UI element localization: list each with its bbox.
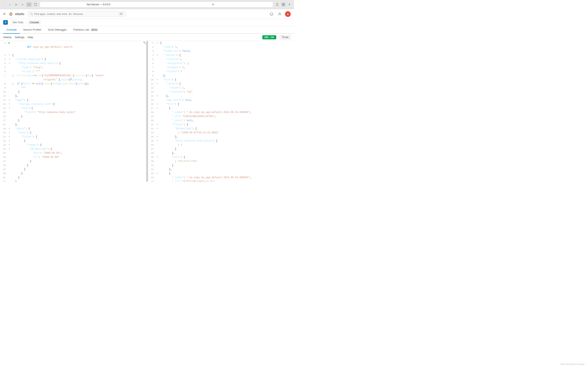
svg-rect-0 [282,3,283,4]
r-line-12: 12 "value": 2, [148,86,294,90]
r-fold-21[interactable]: ▾ [156,123,158,127]
fold-arrow-2[interactable]: ▾ [9,53,10,57]
grid-button[interactable] [281,2,286,7]
beta-badge: BETA [91,29,98,31]
notifications-button[interactable] [269,11,274,17]
fold-arrow-14[interactable]: ▾ [9,106,10,110]
left-code-editor: 1 ▶ GET logs-my_app-default/_search 🔧 2 … [0,41,146,182]
r-line-6: 6 "successful": 1, [148,61,294,66]
code-line-12: 12 ▾ "aggs": { [0,98,146,102]
app-search-input[interactable] [34,13,117,16]
svg-point-9 [30,13,32,15]
share-button[interactable] [275,2,280,7]
r-line-33: 33 ▾ { [148,171,294,175]
r-line-1: 1 ▾ { [148,41,294,45]
code-line-25: 25 "gte": "2099-05-05", [0,151,146,155]
fold-arrow-22[interactable]: ▾ [9,139,10,143]
code-line-19: 19 ▾ "query": { [0,127,146,131]
r-fold-25[interactable]: ▾ [156,139,158,143]
shield-icon [33,2,38,7]
r-line-24: 24 ▾ ], [148,135,294,139]
r-fold-4[interactable]: ▾ [156,53,158,57]
tab-dropdown-button[interactable]: ▾ [20,2,25,7]
wrench-icon[interactable]: 🔧 [143,41,146,45]
forward-button[interactable]: › [8,2,12,7]
fold-arrow-3[interactable]: ▾ [9,57,10,61]
r-fold-33[interactable]: ▾ [156,171,158,175]
r-line-31: 31 ] [148,163,294,167]
r-line-7: 7 "skipped": 0, [148,66,294,69]
r-line-23: 23 | "2099-05-07T16:24:32.000Z" [148,131,294,135]
breadcrumb-devtools[interactable]: Dev Tools [11,21,25,24]
r-fold-22[interactable]: ▾ [156,127,158,131]
code-area: 1 ▶ GET logs-my_app-default/_search 🔧 2 … [0,41,294,182]
code-line-10: 10 } [0,90,146,94]
left-editor-pane[interactable]: 1 ▶ GET logs-my_app-default/_search 🔧 2 … [0,41,147,182]
svg-rect-3 [284,5,285,6]
browser-chrome: ‹ › ⊡ ▾ — Not Secure — 0.0.0.0 ↻ + [0,0,294,9]
fold-arrow-19[interactable]: ▾ [9,127,10,131]
r-fold-24[interactable]: ▾ [156,135,158,139]
elastic-logo[interactable]: elastic [8,11,25,17]
add-tab-button[interactable]: + [287,2,292,7]
tab-painless-lab[interactable]: Painless Lab BETA [70,26,101,34]
breadcrumb-console[interactable]: Console [28,21,40,24]
back-button[interactable]: ‹ [2,2,6,7]
code-line-3: 3 ▾ "runtime_mappings": { [0,57,146,61]
fold-arrow-13[interactable]: ▾ [9,102,10,106]
r-fold-11[interactable]: ▾ [156,82,158,86]
app-header: ≡ elastic ⌘/ e [0,9,294,19]
fold-arrow-23[interactable]: ▾ [9,143,10,147]
settings-button[interactable]: Settings [15,35,24,40]
svg-rect-2 [282,5,283,6]
user-menu-button[interactable] [277,11,283,17]
r-line-15: 15 "max_score": null, [148,98,294,102]
right-output-pane[interactable]: 1 ▾ { 2 "took": 3, 3 "timed_out": false,… [148,41,294,182]
history-button[interactable]: History [3,35,11,40]
code-line-18: 18 }, [0,123,146,127]
r-line-11: 11 ▾ "total": { [148,82,294,86]
r-line-5: 5 "total": 1, [148,57,294,61]
address-bar[interactable]: Not Secure — 0.0.0.0 ↻ [40,1,273,8]
user-avatar[interactable]: e [285,11,291,17]
breadcrumb-separator: › [9,21,10,24]
status-badge: 200 - OK [262,35,277,39]
code-line-9: 9 """ [0,86,146,90]
fold-arrow-20[interactable]: ▾ [9,131,10,135]
tab-search-profiler[interactable]: Search Profiler [20,26,45,34]
r-fold-1[interactable]: ▾ [156,41,158,45]
code-line-11: 11 }, [0,94,146,98]
r-line-17: 17 ▾ { [148,106,294,110]
code-line-21: 21 ▾ "filter": [ [0,135,146,139]
r-fold-14[interactable]: ▾ [156,94,158,98]
tab-grok-debugger[interactable]: Grok Debugger [45,26,70,34]
breadcrumb-separator-2: › [26,21,27,24]
fold-arrow-24[interactable]: ▾ [9,147,10,151]
code-line-1: 1 ▶ GET logs-my_app-default/_search 🔧 [0,41,146,53]
tab-switch-button[interactable]: ⊡ [13,2,18,7]
r-fold-17[interactable]: ▾ [156,106,158,110]
fold-arrow-12[interactable]: ▾ [9,98,10,102]
r-line-29: 29 ▾ "sort": [ [148,155,294,159]
code-line-13: 13 ▾ "average_response_size":{ [0,102,146,106]
run-button[interactable]: ▶ [9,41,10,45]
app-search-bar[interactable]: ⌘/ [28,11,126,17]
code-line-2: 2 ▾ { [0,53,146,57]
r-line-28: 28 }, [148,151,294,155]
breadcrumb-icon-d[interactable]: D [3,20,8,25]
reload-button[interactable]: ↻ [155,3,271,6]
code-line-22: 22 ▾ { [0,139,146,143]
r-fold-16[interactable]: ▾ [156,102,158,106]
fold-arrow-21[interactable]: ▾ [9,135,10,139]
r-line-26: 26 | 0 [148,143,294,147]
help-button[interactable]: Help [27,35,33,40]
r-line-34: 34 "_index": ".ds-logs-my_app-default-20… [148,175,294,180]
r-fold-29[interactable]: ▾ [156,155,158,159]
r-fold-10[interactable]: ▾ [156,78,158,82]
hamburger-menu[interactable]: ≡ [3,12,6,16]
fold-arrow-4[interactable]: ▾ [9,61,10,66]
code-line-26: 26 "lt": "2099-05-08" [0,155,146,159]
minimize-button[interactable]: — [26,2,31,7]
r-line-32: 32 }, [148,167,294,171]
tab-console[interactable]: Console [3,26,20,34]
